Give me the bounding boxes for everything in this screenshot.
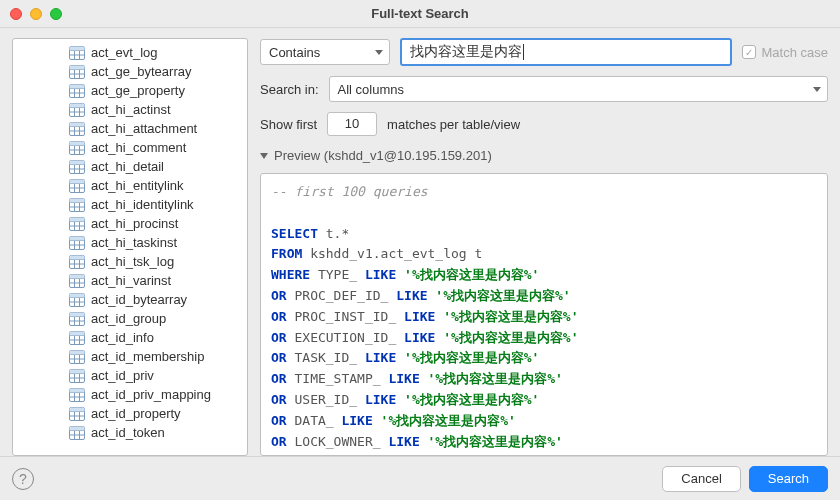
cancel-button[interactable]: Cancel	[662, 466, 740, 492]
search-input[interactable]: 找内容这里是内容	[400, 38, 732, 66]
svg-rect-83	[70, 293, 85, 297]
svg-rect-59	[70, 217, 85, 221]
table-label: act_hi_detail	[91, 159, 164, 174]
table-item[interactable]: act_id_priv_mapping	[13, 385, 247, 404]
table-item[interactable]: act_hi_tsk_log	[13, 252, 247, 271]
table-icon	[69, 46, 85, 60]
match-case-label: Match case	[762, 45, 828, 60]
table-icon	[69, 236, 85, 250]
sql-line: OR EXECUTION_ID_ LIKE '%找内容这里是内容%'	[271, 328, 817, 349]
table-label: act_id_bytearray	[91, 292, 187, 307]
table-item[interactable]: act_id_bytearray	[13, 290, 247, 309]
svg-rect-101	[70, 350, 85, 354]
svg-rect-17	[70, 84, 85, 88]
table-item[interactable]: act_ge_bytearray	[13, 62, 247, 81]
match-case-checkbox[interactable]: ✓ Match case	[742, 45, 828, 60]
table-item[interactable]: act_hi_taskinst	[13, 233, 247, 252]
table-icon	[69, 217, 85, 231]
sql-line: OR PROC_DEF_ID_ LIKE '%找内容这里是内容%'	[271, 286, 817, 307]
table-item[interactable]: act_hi_actinst	[13, 100, 247, 119]
table-label: act_id_token	[91, 425, 165, 440]
cancel-label: Cancel	[681, 471, 721, 486]
sql-line: OR USER_ID_ LIKE '%找内容这里是内容%'	[271, 390, 817, 411]
table-icon	[69, 293, 85, 307]
table-icon	[69, 350, 85, 364]
svg-rect-23	[70, 103, 85, 107]
table-item[interactable]: act_id_property	[13, 404, 247, 423]
table-item[interactable]: act_hi_detail	[13, 157, 247, 176]
table-icon	[69, 369, 85, 383]
svg-rect-5	[70, 46, 85, 50]
sql-line: OR LOCK_OWNER_ LIKE '%找内容这里是内容%'	[271, 432, 817, 453]
match-mode-select[interactable]: Contains	[260, 39, 390, 65]
preview-query: -- first 100 queriesSELECT t.*FROM kshdd…	[260, 173, 828, 456]
table-item[interactable]: act_evt_log	[13, 43, 247, 62]
table-tree[interactable]: act_evt_logact_ge_bytearrayact_ge_proper…	[12, 38, 248, 456]
table-item[interactable]: act_hi_attachment	[13, 119, 247, 138]
table-item[interactable]: act_ge_property	[13, 81, 247, 100]
search-in-select[interactable]: All columns	[329, 76, 828, 102]
preview-title: Preview (kshdd_v1@10.195.159.201)	[274, 148, 492, 163]
table-icon	[69, 103, 85, 117]
table-item[interactable]: act_id_priv	[13, 366, 247, 385]
table-icon	[69, 331, 85, 345]
svg-rect-41	[70, 160, 85, 164]
preview-toggle[interactable]: Preview (kshdd_v1@10.195.159.201)	[260, 148, 828, 163]
table-item[interactable]: act_hi_identitylink	[13, 195, 247, 214]
show-first-input[interactable]: 10	[327, 112, 377, 136]
search-label: Search	[768, 471, 809, 486]
svg-rect-71	[70, 255, 85, 259]
table-item[interactable]: act_id_group	[13, 309, 247, 328]
search-in-label: Search in:	[260, 82, 319, 97]
table-label: act_hi_varinst	[91, 273, 171, 288]
show-first-label: Show first	[260, 117, 317, 132]
table-icon	[69, 141, 85, 155]
search-button[interactable]: Search	[749, 466, 828, 492]
svg-rect-95	[70, 331, 85, 335]
table-item[interactable]: act_hi_procinst	[13, 214, 247, 233]
close-icon[interactable]	[10, 8, 22, 20]
svg-rect-125	[70, 426, 85, 430]
table-label: act_id_info	[91, 330, 154, 345]
show-first-value: 10	[345, 116, 359, 131]
table-label: act_id_property	[91, 406, 181, 421]
help-button[interactable]: ?	[12, 468, 34, 490]
svg-rect-113	[70, 388, 85, 392]
sql-line: OR TIME_STAMP_ LIKE '%找内容这里是内容%'	[271, 369, 817, 390]
sql-line: OR PROC_INST_ID_ LIKE '%找内容这里是内容%'	[271, 307, 817, 328]
minimize-icon[interactable]	[30, 8, 42, 20]
table-item[interactable]: act_hi_varinst	[13, 271, 247, 290]
table-icon	[69, 198, 85, 212]
table-label: act_hi_taskinst	[91, 235, 177, 250]
sql-line: WHERE TYPE_ LIKE '%找内容这里是内容%'	[271, 265, 817, 286]
sql-comment: -- first 100 queries	[271, 182, 817, 203]
disclosure-triangle-icon	[260, 153, 268, 159]
svg-rect-29	[70, 122, 85, 126]
table-item[interactable]: act_hi_comment	[13, 138, 247, 157]
table-item[interactable]: act_id_info	[13, 328, 247, 347]
table-label: act_id_priv	[91, 368, 154, 383]
svg-rect-65	[70, 236, 85, 240]
table-icon	[69, 122, 85, 136]
svg-rect-53	[70, 198, 85, 202]
match-mode-value: Contains	[269, 45, 320, 60]
table-label: act_evt_log	[91, 45, 158, 60]
table-icon	[69, 312, 85, 326]
table-icon	[69, 388, 85, 402]
table-icon	[69, 160, 85, 174]
checkbox-icon: ✓	[742, 45, 756, 59]
table-label: act_hi_actinst	[91, 102, 171, 117]
table-item[interactable]: act_id_membership	[13, 347, 247, 366]
table-label: act_id_group	[91, 311, 166, 326]
sql-line: SELECT t.*	[271, 224, 817, 245]
table-icon	[69, 179, 85, 193]
table-label: act_hi_comment	[91, 140, 186, 155]
chevron-down-icon	[813, 87, 821, 92]
table-item[interactable]: act_hi_entitylink	[13, 176, 247, 195]
titlebar: Full-text Search	[0, 0, 840, 28]
table-label: act_hi_attachment	[91, 121, 197, 136]
zoom-icon[interactable]	[50, 8, 62, 20]
table-item[interactable]: act_id_token	[13, 423, 247, 442]
table-label: act_id_membership	[91, 349, 204, 364]
svg-rect-35	[70, 141, 85, 145]
